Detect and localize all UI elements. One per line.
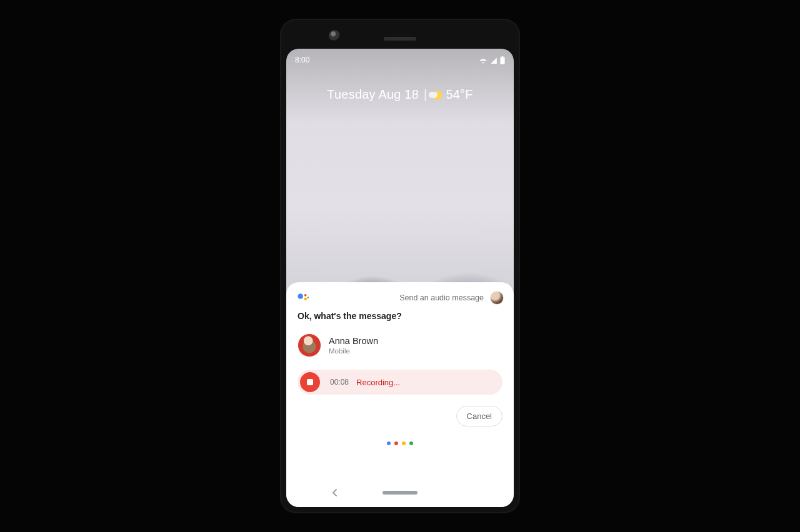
assistant-listening-icon[interactable] xyxy=(286,441,514,445)
phone-top xyxy=(280,26,520,51)
front-camera xyxy=(329,30,340,41)
screen: 8:00 Tuesday Aug 18 | xyxy=(286,49,514,507)
google-assistant-icon xyxy=(296,291,310,305)
assistant-header-right: Send an audio message xyxy=(399,291,504,305)
stop-recording-button[interactable] xyxy=(300,372,320,392)
dateline-separator: | xyxy=(424,87,427,102)
svg-point-4 xyxy=(304,297,307,300)
weather: 54°F xyxy=(432,87,472,102)
contact-text: Anna Brown Mobile xyxy=(329,336,378,355)
svg-point-5 xyxy=(308,297,309,298)
dot-blue xyxy=(387,441,391,445)
svg-point-3 xyxy=(304,294,307,297)
back-button[interactable] xyxy=(331,488,339,498)
recording-state: Recording... xyxy=(356,378,400,387)
phone-frame: 8:00 Tuesday Aug 18 | xyxy=(280,19,520,513)
assistant-hint: Send an audio message xyxy=(399,293,484,302)
lockscreen-dateline: Tuesday Aug 18 | 54°F xyxy=(286,87,514,102)
dot-green xyxy=(409,441,413,445)
assistant-header: Send an audio message xyxy=(286,282,514,310)
home-gesture-pill[interactable] xyxy=(382,491,418,495)
contact-name: Anna Brown xyxy=(329,336,378,346)
svg-rect-0 xyxy=(500,57,504,64)
assistant-actions: Cancel xyxy=(286,395,514,426)
weather-icon xyxy=(432,90,442,100)
earpiece-speaker xyxy=(384,37,416,41)
temperature: 54°F xyxy=(446,87,472,102)
contact-avatar xyxy=(298,333,321,357)
cellular-icon xyxy=(490,56,498,64)
status-time: 8:00 xyxy=(295,56,309,64)
recording-elapsed: 00:08 xyxy=(330,378,349,387)
assistant-card: Send an audio message Ok, what's the mes… xyxy=(286,282,514,507)
contact-line: Mobile xyxy=(329,347,378,355)
svg-point-2 xyxy=(298,293,303,299)
contact-row[interactable]: Anna Brown Mobile xyxy=(286,328,514,366)
wifi-icon xyxy=(479,56,488,64)
svg-rect-1 xyxy=(502,56,504,57)
status-icons xyxy=(479,56,505,64)
dot-red xyxy=(394,441,398,445)
status-bar: 8:00 xyxy=(295,54,505,66)
battery-icon xyxy=(500,56,505,64)
stop-icon xyxy=(307,379,313,385)
system-navbar xyxy=(286,483,514,502)
user-avatar[interactable] xyxy=(490,291,504,305)
lockscreen-date: Tuesday Aug 18 xyxy=(327,87,419,102)
stage: 8:00 Tuesday Aug 18 | xyxy=(0,0,800,532)
cancel-button[interactable]: Cancel xyxy=(456,406,502,426)
dot-yellow xyxy=(402,441,406,445)
recorder-chip: 00:08 Recording... xyxy=(298,370,502,395)
assistant-prompt: Ok, what's the message? xyxy=(286,310,514,328)
